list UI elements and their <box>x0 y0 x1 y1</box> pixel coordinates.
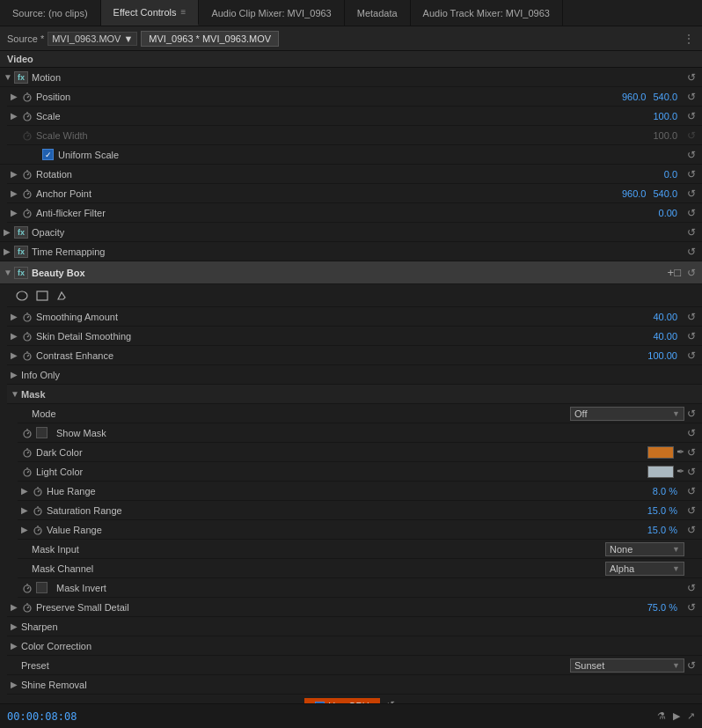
filter-icon[interactable]: ⚗ <box>657 710 666 722</box>
rotation-expand[interactable] <box>11 169 21 179</box>
preserve-expand[interactable] <box>11 602 21 612</box>
tab-audio-clip-mixer[interactable]: Audio Clip Mixer: MVI_0963 <box>199 0 344 26</box>
hue-range-value[interactable]: 8.0 % <box>653 486 677 496</box>
dark-color-stopwatch[interactable] <box>21 446 33 459</box>
anti-flicker-value[interactable]: 0.00 <box>659 208 677 218</box>
rotation-value[interactable]: 0.0 <box>664 169 677 180</box>
saturation-stopwatch[interactable] <box>32 504 44 517</box>
mask-input-select[interactable]: None ▼ <box>605 542 684 556</box>
scale-value[interactable]: 100.0 <box>653 111 677 121</box>
export-icon[interactable]: ↗ <box>687 710 695 722</box>
scale-reset[interactable]: ↺ <box>684 109 698 123</box>
mask-channel-select[interactable]: Alpha ▼ <box>605 562 684 576</box>
position-y-value[interactable]: 540.0 <box>653 92 677 102</box>
color-correction-expand[interactable] <box>11 641 21 651</box>
position-reset[interactable]: ↺ <box>684 90 698 104</box>
saturation-value[interactable]: 15.0 % <box>647 505 677 516</box>
saturation-expand[interactable] <box>21 505 32 515</box>
hue-range-stopwatch[interactable] <box>32 485 44 497</box>
anchor-x-value[interactable]: 960.0 <box>622 188 647 199</box>
dark-color-eyedropper[interactable]: ✒ <box>676 446 684 458</box>
opacity-reset[interactable]: ↺ <box>684 225 698 239</box>
play-icon[interactable]: ▶ <box>673 710 680 722</box>
rect-mask-btn[interactable] <box>34 290 50 302</box>
value-range-stopwatch[interactable] <box>32 524 44 536</box>
scale-stopwatch[interactable] <box>21 110 33 122</box>
tab-audio-track-mixer[interactable]: Audio Track Mixer: MVI_0963 <box>411 0 563 26</box>
rotation-reset[interactable]: ↺ <box>684 167 698 181</box>
anti-flicker-stopwatch[interactable] <box>21 207 33 219</box>
mask-invert-checkbox[interactable] <box>36 582 48 593</box>
anti-flicker-expand[interactable] <box>11 208 21 217</box>
skin-detail-reset[interactable]: ↺ <box>684 329 698 343</box>
contrast-expand[interactable] <box>11 350 21 360</box>
contrast-stopwatch[interactable] <box>21 349 33 362</box>
anchor-reset[interactable]: ↺ <box>684 187 698 201</box>
preserve-stopwatch[interactable] <box>21 601 33 614</box>
anti-flicker-reset[interactable]: ↺ <box>684 206 698 220</box>
dark-color-reset[interactable]: ↺ <box>684 445 698 460</box>
saturation-reset[interactable]: ↺ <box>684 504 698 518</box>
anchor-stopwatch[interactable] <box>21 188 33 200</box>
panel-menu-icon[interactable]: ⋮ <box>683 32 695 46</box>
preset-select[interactable]: Sunset ▼ <box>570 658 684 673</box>
value-range-reset[interactable]: ↺ <box>684 523 698 537</box>
shine-removal-expand[interactable] <box>11 680 21 689</box>
ellipse-mask-btn[interactable] <box>14 290 30 302</box>
dark-color-swatch[interactable] <box>647 446 674 459</box>
skin-detail-value[interactable]: 40.00 <box>653 331 677 342</box>
position-stopwatch[interactable] <box>21 91 33 103</box>
skin-detail-expand[interactable] <box>11 331 21 341</box>
smoothing-value[interactable]: 40.00 <box>653 312 677 322</box>
motion-reset[interactable]: ↺ <box>684 70 698 85</box>
beauty-box-add-icon[interactable]: +□ <box>668 266 681 279</box>
contrast-reset[interactable]: ↺ <box>684 349 698 363</box>
show-mask-reset[interactable]: ↺ <box>684 426 698 440</box>
smoothing-expand[interactable] <box>11 312 21 321</box>
contrast-value[interactable]: 100.00 <box>647 350 677 361</box>
beauty-box-reset[interactable]: ↺ <box>684 266 698 280</box>
preserve-value[interactable]: 75.0 % <box>647 602 677 613</box>
beauty-box-expand[interactable] <box>4 268 14 277</box>
scale-expand[interactable] <box>11 111 21 121</box>
light-color-stopwatch[interactable] <box>21 466 33 478</box>
mask-invert-reset[interactable]: ↺ <box>684 581 698 595</box>
anchor-y-value[interactable]: 540.0 <box>653 188 677 199</box>
info-only-expand[interactable] <box>11 370 21 379</box>
source-file2-tab[interactable]: MVI_0963 * MVI_0963.MOV <box>141 31 279 47</box>
mode-reset[interactable]: ↺ <box>684 407 698 421</box>
value-range-value[interactable]: 15.0 % <box>647 525 677 535</box>
skin-detail-stopwatch[interactable] <box>21 330 33 342</box>
smoothing-reset[interactable]: ↺ <box>684 310 698 324</box>
hue-range-reset[interactable]: ↺ <box>684 484 698 498</box>
mode-select[interactable]: Off ▼ <box>570 407 684 421</box>
show-mask-checkbox[interactable] <box>36 427 48 438</box>
hue-range-expand[interactable] <box>21 486 32 496</box>
position-expand[interactable] <box>11 92 21 101</box>
position-x-value[interactable]: 960.0 <box>622 92 647 102</box>
uniform-scale-reset[interactable]: ↺ <box>684 148 698 162</box>
uniform-scale-checkbox[interactable] <box>42 149 54 160</box>
opacity-expand[interactable] <box>4 227 14 237</box>
value-range-expand[interactable] <box>21 525 32 534</box>
light-color-eyedropper[interactable]: ✒ <box>676 466 684 477</box>
tab-metadata[interactable]: Metadata <box>345 0 411 26</box>
mask-expand[interactable] <box>11 389 21 399</box>
time-remap-expand[interactable] <box>4 246 14 256</box>
preset-reset[interactable]: ↺ <box>684 658 698 673</box>
mask-invert-stopwatch[interactable] <box>21 582 33 594</box>
tab-source[interactable]: Source: (no clips) <box>0 0 101 26</box>
time-remap-reset[interactable]: ↺ <box>684 245 698 259</box>
show-mask-stopwatch[interactable] <box>21 427 33 439</box>
light-color-swatch[interactable] <box>647 466 674 478</box>
sharpen-expand[interactable] <box>11 621 21 631</box>
motion-expand[interactable] <box>4 72 14 82</box>
smoothing-stopwatch[interactable] <box>21 311 33 323</box>
tab-effect-controls[interactable]: Effect Controls ≡ <box>101 0 200 26</box>
rotation-stopwatch[interactable] <box>21 168 33 180</box>
pen-mask-btn[interactable] <box>55 290 70 302</box>
light-color-reset[interactable]: ↺ <box>684 465 698 479</box>
anchor-expand[interactable] <box>11 188 21 198</box>
preserve-reset[interactable]: ↺ <box>684 600 698 614</box>
source-file1-dropdown[interactable]: MVI_0963.MOV ▼ <box>48 32 137 46</box>
